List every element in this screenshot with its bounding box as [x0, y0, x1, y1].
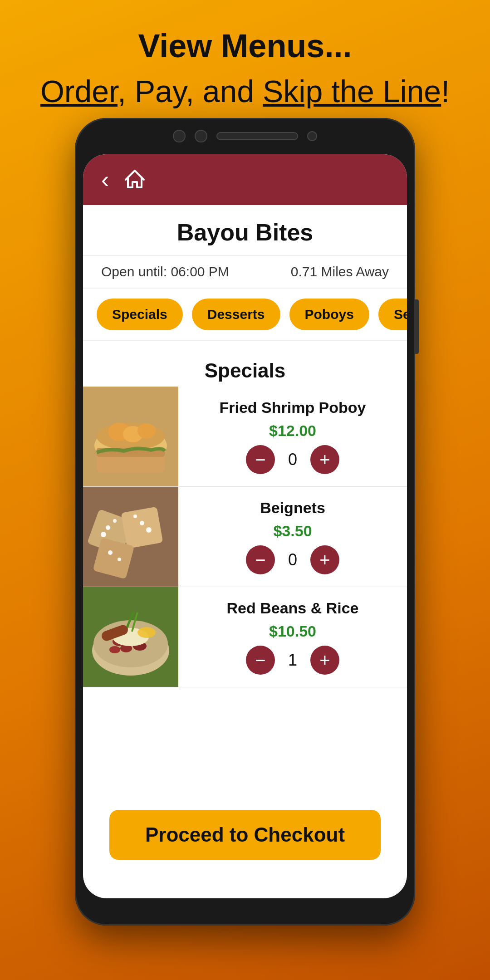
decrease-btn-1[interactable]: − [246, 445, 275, 474]
hero-line1-prefix: View [138, 28, 221, 64]
increase-btn-2[interactable]: + [310, 545, 339, 574]
back-button[interactable]: ‹ [101, 168, 109, 191]
qty-value-3: 1 [286, 651, 299, 670]
hero-line2: Order, Pay, and Skip the Line! [18, 74, 472, 109]
item-image-1 [83, 387, 178, 486]
item-price-3: $10.50 [269, 622, 316, 640]
section-title: Specials [83, 350, 407, 387]
menu-section: Specials [83, 341, 407, 696]
svg-rect-20 [83, 487, 178, 587]
item-image-3 [83, 587, 178, 687]
restaurant-title: Bayou Bites [101, 219, 389, 246]
svg-point-5 [137, 423, 156, 439]
camera-dot-left [173, 130, 186, 142]
hero-line2-middle: , Pay, and [118, 74, 263, 108]
category-specials[interactable]: Specials [97, 299, 183, 330]
checkout-button-label: Proceed to Checkout [145, 823, 345, 846]
checkout-bar: Proceed to Checkout [91, 799, 399, 871]
phone-screen: ‹ Bayou Bites Open until: 06:00 PM 0.71 … [83, 154, 407, 898]
item-details-2: Beignets $3.50 − 0 + [178, 490, 407, 583]
item-name-3: Red Beans & Rice [227, 599, 359, 617]
category-seafood[interactable]: Seafood [378, 299, 407, 330]
item-image-2 [83, 487, 178, 587]
distance: 0.71 Miles Away [291, 264, 389, 279]
app-header: ‹ [83, 154, 407, 205]
decrease-btn-2[interactable]: − [246, 545, 275, 574]
decrease-btn-3[interactable]: − [246, 646, 275, 675]
menu-item-2: Beignets $3.50 − 0 + [83, 487, 407, 587]
hero-line1-bold: Menus [221, 28, 324, 64]
quantity-control-2: − 0 + [246, 545, 339, 574]
increase-btn-1[interactable]: + [310, 445, 339, 474]
hero-line1: View Menus... [18, 27, 472, 64]
quantity-control-3: − 1 + [246, 646, 339, 675]
hero-section: View Menus... Order, Pay, and Skip the L… [0, 0, 490, 122]
item-details-3: Red Beans & Rice $10.50 − 1 + [178, 590, 407, 684]
phone-side-button [415, 299, 419, 354]
item-details-1: Fried Shrimp Poboy $12.00 − 0 + [178, 390, 407, 483]
hero-line2-end: ! [441, 74, 450, 108]
restaurant-title-section: Bayou Bites [83, 205, 407, 256]
hero-order-text: Order [40, 74, 118, 108]
camera-dot-center [195, 130, 207, 142]
hero-line1-suffix: ... [324, 28, 352, 64]
item-name-1: Fried Shrimp Poboy [219, 399, 366, 416]
menu-item-1: Fried Shrimp Poboy $12.00 − 0 + [83, 387, 407, 487]
home-icon[interactable] [122, 168, 147, 191]
hero-skip-text: Skip the Line [263, 74, 441, 108]
qty-value-2: 0 [286, 550, 299, 569]
category-bar: Specials Desserts Poboys Seafood [83, 289, 407, 341]
checkout-button[interactable]: Proceed to Checkout [109, 810, 381, 860]
restaurant-meta: Open until: 06:00 PM 0.71 Miles Away [83, 256, 407, 289]
svg-point-30 [137, 627, 156, 638]
qty-value-1: 0 [286, 450, 299, 469]
quantity-control-1: − 0 + [246, 445, 339, 474]
phone-frame: ‹ Bayou Bites Open until: 06:00 PM 0.71 … [75, 118, 415, 926]
open-until: Open until: 06:00 PM [101, 264, 229, 279]
item-name-2: Beignets [260, 499, 325, 517]
increase-btn-3[interactable]: + [310, 646, 339, 675]
phone-top-bar [75, 118, 415, 154]
speaker-bar [216, 132, 298, 140]
item-price-1: $12.00 [269, 422, 316, 440]
item-price-2: $3.50 [273, 522, 312, 540]
menu-item-3: Red Beans & Rice $10.50 − 1 + [83, 587, 407, 687]
category-desserts[interactable]: Desserts [192, 299, 280, 330]
svg-point-28 [109, 646, 120, 653]
category-poboys[interactable]: Poboys [289, 299, 369, 330]
camera-dot-right [307, 131, 317, 141]
